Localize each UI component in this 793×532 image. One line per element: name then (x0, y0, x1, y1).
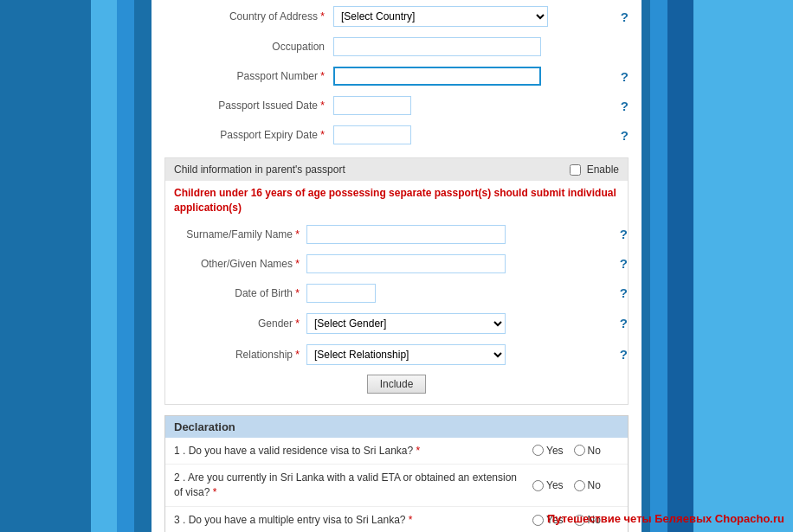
radio-no-1-input[interactable] (574, 445, 585, 456)
passport-number-input-wrap (333, 67, 614, 86)
declaration-text-3: 3 . Do you have a multiple entry visa to… (174, 513, 524, 528)
radio-yes-2[interactable]: Yes (532, 479, 564, 491)
enable-checkbox[interactable] (570, 164, 581, 176)
child-section: Child information in parent's passport E… (164, 157, 629, 405)
country-address-help-icon[interactable]: ? (621, 10, 629, 24)
radio-group-2: Yes No (532, 479, 619, 491)
radio-yes-2-input[interactable] (532, 480, 544, 491)
passport-number-label: Passport Number * (164, 70, 333, 82)
child-surname-input[interactable] (306, 225, 506, 244)
radio-yes-1-input[interactable] (532, 445, 544, 456)
child-dob-row: Date of Birth * ? (165, 281, 628, 305)
child-relationship-row: Relationship * [Select Relationship] Son… (165, 342, 628, 368)
passport-issued-label: Passport Issued Date * (164, 99, 333, 112)
occupation-input-wrap (333, 37, 629, 56)
child-surname-help-icon[interactable]: ? (620, 227, 628, 241)
child-surname-input-wrap (306, 225, 613, 244)
watermark: Путешествие четы Беляевых Chopacho.ru (547, 512, 784, 525)
occupation-row: Occupation (164, 35, 629, 59)
child-relationship-select[interactable]: [Select Relationship] Son Daughter (306, 344, 506, 365)
declaration-item-2: 2 . Are you currently in Sri Lanka with … (165, 465, 628, 507)
child-gender-label: Gender * (172, 317, 306, 330)
child-surname-label: Surname/Family Name * (172, 228, 306, 240)
passport-expiry-input-wrap (333, 125, 614, 144)
passport-expiry-help-icon[interactable]: ? (621, 128, 629, 143)
radio-no-2-input[interactable] (574, 480, 585, 491)
country-address-label: Country of Address * (164, 10, 333, 22)
passport-issued-input-wrap (333, 96, 614, 115)
country-address-input: [Select Country] Sri Lanka India USA UK … (333, 6, 614, 27)
child-relationship-input-wrap: [Select Relationship] Son Daughter (306, 344, 613, 365)
child-dob-label: Date of Birth * (172, 287, 306, 299)
radio-group-1: Yes No (532, 445, 619, 457)
passport-number-input[interactable] (333, 67, 541, 86)
child-section-title: Child information in parent's passport (174, 163, 345, 176)
child-gender-row: Gender * [Select Gender] Male Female ? (165, 311, 628, 337)
child-section-header: Child information in parent's passport E… (165, 158, 628, 181)
child-fields: Surname/Family Name * ? Other/Given Name… (165, 219, 628, 404)
radio-yes-3-input[interactable] (532, 515, 544, 526)
country-address-select[interactable]: [Select Country] Sri Lanka India USA UK … (333, 6, 548, 27)
main-content: Country of Address * [Select Country] Sr… (152, 0, 641, 532)
child-givennames-input-wrap (306, 254, 613, 273)
child-givennames-label: Other/Given Names * (172, 258, 306, 270)
passport-expiry-label: Passport Expiry Date * (164, 129, 333, 141)
child-surname-row: Surname/Family Name * ? (165, 222, 628, 247)
declaration-item-1: 1 . Do you have a valid residence visa t… (165, 438, 628, 465)
child-relationship-label: Relationship * (172, 349, 306, 361)
radio-no-2[interactable]: No (574, 479, 601, 491)
child-gender-select[interactable]: [Select Gender] Male Female (306, 313, 506, 334)
declaration-header: Declaration (165, 416, 628, 438)
include-row: Include (165, 375, 628, 394)
passport-number-help-icon[interactable]: ? (621, 69, 629, 84)
child-warning: Children under 16 years of age possessin… (165, 181, 628, 219)
passport-number-row: Passport Number * ? (164, 64, 629, 88)
occupation-label: Occupation (164, 41, 333, 53)
passport-issued-help-icon[interactable]: ? (621, 99, 629, 113)
country-address-row: Country of Address * [Select Country] Sr… (164, 3, 629, 29)
occupation-input[interactable] (333, 37, 541, 56)
radio-no-1[interactable]: No (574, 445, 601, 457)
child-givennames-help-icon[interactable]: ? (620, 256, 628, 271)
child-gender-help-icon[interactable]: ? (620, 316, 628, 330)
radio-yes-1[interactable]: Yes (532, 445, 564, 457)
include-button[interactable]: Include (367, 375, 427, 394)
declaration-text-1: 1 . Do you have a valid residence visa t… (174, 444, 524, 458)
child-givennames-row: Other/Given Names * ? (165, 252, 628, 276)
passport-expiry-row: Passport Expiry Date * ? (164, 123, 629, 147)
enable-label: Enable (570, 163, 619, 176)
child-dob-help-icon[interactable]: ? (620, 285, 628, 300)
child-dob-input[interactable] (306, 284, 376, 303)
child-gender-input-wrap: [Select Gender] Male Female (306, 313, 613, 334)
passport-issued-input[interactable] (333, 96, 411, 115)
declaration-text-2: 2 . Are you currently in Sri Lanka with … (174, 471, 524, 500)
child-givennames-input[interactable] (306, 254, 506, 273)
child-dob-input-wrap (306, 284, 613, 303)
passport-expiry-input[interactable] (333, 125, 411, 144)
child-relationship-help-icon[interactable]: ? (620, 347, 628, 362)
passport-issued-row: Passport Issued Date * ? (164, 93, 629, 118)
